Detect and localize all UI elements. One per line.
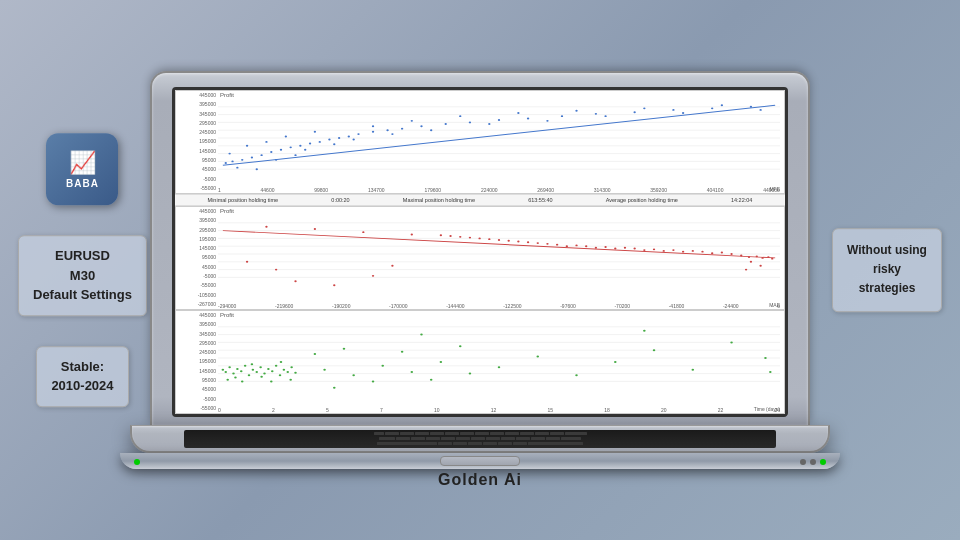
key xyxy=(475,432,489,435)
svg-point-93 xyxy=(604,246,606,248)
left-info-box: EURUSD M30 Default Settings xyxy=(18,235,147,316)
svg-point-153 xyxy=(234,376,237,378)
svg-point-42 xyxy=(256,168,258,170)
svg-point-144 xyxy=(267,368,270,370)
svg-point-13 xyxy=(251,157,253,159)
svg-point-182 xyxy=(643,330,646,332)
svg-point-164 xyxy=(440,361,443,363)
svg-line-73 xyxy=(223,231,775,258)
chart2: Profit 445000 395000 295000 195000 14500… xyxy=(175,206,785,310)
svg-point-14 xyxy=(260,154,262,156)
touchpad[interactable] xyxy=(440,456,520,466)
risky-label: Without usingrisky strategies xyxy=(847,241,927,299)
svg-point-90 xyxy=(633,248,635,250)
svg-point-114 xyxy=(411,234,413,236)
svg-point-183 xyxy=(769,371,772,373)
svg-point-134 xyxy=(228,366,231,368)
svg-point-138 xyxy=(244,365,247,367)
svg-point-31 xyxy=(498,119,500,121)
svg-point-118 xyxy=(246,261,248,263)
svg-point-15 xyxy=(270,151,272,153)
logo-box: 📈 BABA xyxy=(46,133,118,205)
svg-point-61 xyxy=(643,107,645,109)
svg-point-136 xyxy=(236,368,239,370)
right-info-box: Without usingrisky strategies xyxy=(832,228,942,312)
svg-point-106 xyxy=(478,237,480,239)
svg-point-32 xyxy=(527,118,529,120)
chart1-svg xyxy=(218,99,780,177)
chart3-title: Profit xyxy=(220,312,234,318)
svg-point-54 xyxy=(430,129,432,131)
svg-point-40 xyxy=(236,167,238,169)
key xyxy=(531,437,545,440)
chart3-y-axis: 445000 395000 345000 295000 245000 19500… xyxy=(176,311,218,413)
svg-point-173 xyxy=(536,355,539,357)
svg-point-145 xyxy=(271,370,274,372)
logo-text: BABA xyxy=(66,178,99,189)
key xyxy=(501,437,515,440)
key xyxy=(430,432,444,435)
laptop-container: Profit 445000 395000 345000 295000 24500… xyxy=(140,71,820,469)
svg-point-105 xyxy=(488,238,490,240)
svg-point-44 xyxy=(275,159,277,161)
svg-point-22 xyxy=(338,137,340,139)
svg-point-166 xyxy=(314,353,317,355)
key xyxy=(468,442,482,445)
svg-point-135 xyxy=(232,373,235,375)
chart2-title: Profit xyxy=(220,208,234,214)
avg-hold-val: 14:22:04 xyxy=(731,197,752,203)
svg-point-89 xyxy=(643,249,645,251)
chart3-svg xyxy=(218,319,780,397)
key xyxy=(445,432,459,435)
key-row-1 xyxy=(188,432,772,435)
key xyxy=(498,442,512,445)
key xyxy=(528,442,583,445)
key xyxy=(456,437,470,440)
key xyxy=(379,437,395,440)
svg-point-175 xyxy=(614,361,617,363)
chart2-svg xyxy=(218,215,780,293)
svg-point-149 xyxy=(287,371,290,373)
svg-point-152 xyxy=(226,379,229,381)
svg-point-82 xyxy=(711,252,713,254)
svg-point-147 xyxy=(279,374,282,376)
svg-point-94 xyxy=(595,247,597,249)
svg-point-156 xyxy=(260,376,263,378)
key xyxy=(516,437,530,440)
svg-point-113 xyxy=(362,231,364,233)
middle-bar: Minimal position holding time 0:00:20 Ma… xyxy=(175,194,785,206)
status-dot-1 xyxy=(800,459,806,465)
svg-point-116 xyxy=(333,284,335,286)
svg-point-80 xyxy=(730,253,732,255)
svg-point-18 xyxy=(299,145,301,147)
svg-point-150 xyxy=(290,366,293,368)
svg-point-178 xyxy=(730,341,733,343)
svg-point-157 xyxy=(270,380,273,382)
chart3-x-labels: 0 2 5 7 10 12 15 18 20 22 24 xyxy=(218,397,780,413)
svg-point-38 xyxy=(750,106,752,108)
svg-point-117 xyxy=(372,275,374,277)
svg-point-91 xyxy=(624,247,626,249)
key xyxy=(483,442,497,445)
svg-point-170 xyxy=(430,379,433,381)
svg-point-86 xyxy=(672,249,674,251)
key xyxy=(426,437,440,440)
svg-point-52 xyxy=(391,133,393,135)
svg-point-158 xyxy=(280,361,283,363)
key xyxy=(535,432,549,435)
svg-point-59 xyxy=(575,110,577,112)
svg-point-160 xyxy=(323,369,326,371)
svg-point-51 xyxy=(372,125,374,127)
svg-point-115 xyxy=(294,280,296,282)
stable-info-box: Stable:2010-2024 xyxy=(36,346,128,407)
svg-point-29 xyxy=(445,123,447,125)
status-right xyxy=(800,459,826,465)
chart2-x-axis-label: MAE xyxy=(769,302,780,308)
svg-point-16 xyxy=(280,149,282,151)
key-row-2 xyxy=(188,437,772,440)
stable-label: Stable:2010-2024 xyxy=(51,357,113,396)
svg-point-163 xyxy=(411,371,414,373)
svg-line-9 xyxy=(223,105,775,165)
avg-hold-label: Average position holding time xyxy=(606,197,678,203)
svg-point-167 xyxy=(343,348,346,350)
